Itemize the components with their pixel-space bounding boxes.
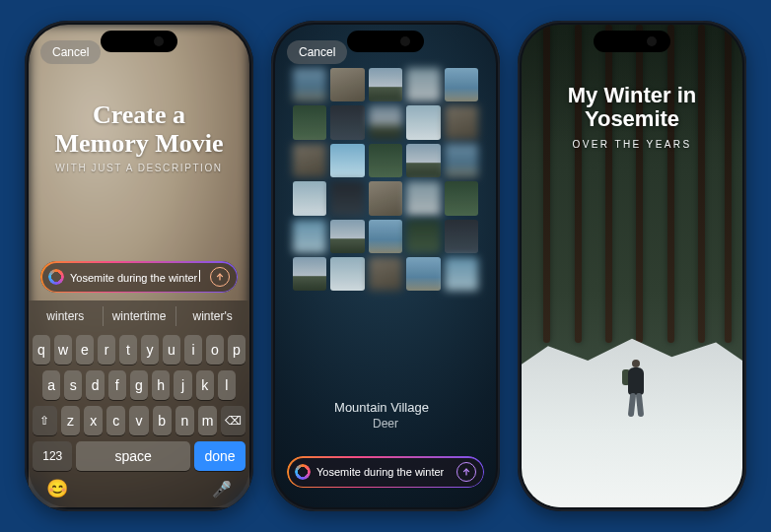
- photo-grid: [293, 68, 478, 291]
- photo-thumb: [445, 181, 478, 215]
- key-s[interactable]: s: [64, 370, 82, 400]
- dynamic-island: [594, 31, 670, 52]
- key-h[interactable]: h: [152, 370, 170, 400]
- keyboard-row: ⇧ z x c v b n m ⌫: [29, 403, 249, 438]
- prompt-input-capsule[interactable]: Yosemite during the winter: [287, 456, 484, 488]
- keyboard-row: 123 space done: [29, 438, 249, 474]
- photo-thumb: [330, 181, 364, 215]
- apple-intelligence-icon: [48, 269, 64, 285]
- photo-thumb: [369, 257, 402, 291]
- dynamic-island: [101, 31, 177, 52]
- photo-thumb: [330, 257, 364, 291]
- photo-thumb: [445, 144, 478, 177]
- photo-thumb: [406, 257, 440, 291]
- apple-intelligence-icon: [295, 464, 311, 480]
- screen[interactable]: My Winter in Yosemite OVER THE YEARS: [522, 25, 742, 507]
- keyboard: winters wintertime winter's q w e r t y …: [29, 300, 249, 507]
- suggestion[interactable]: winters: [29, 300, 103, 332]
- cancel-button[interactable]: Cancel: [40, 40, 101, 64]
- photo-thumb: [369, 144, 402, 177]
- suggestion[interactable]: wintertime: [103, 300, 176, 332]
- page-subtitle: WITH JUST A DESCRIPTION: [29, 163, 249, 173]
- screen: Cancel: [275, 25, 496, 507]
- key-done[interactable]: done: [194, 441, 245, 471]
- chapter-main: Mountain Village: [334, 400, 429, 415]
- photo-thumb: [445, 220, 478, 253]
- key-x[interactable]: x: [84, 406, 103, 435]
- key-m[interactable]: m: [198, 406, 217, 435]
- key-w[interactable]: w: [54, 335, 72, 365]
- key-t[interactable]: t: [119, 335, 137, 365]
- key-p[interactable]: p: [228, 335, 245, 365]
- photo-thumb: [445, 257, 478, 291]
- prompt-input-text[interactable]: Yosemite during the winter: [316, 466, 456, 478]
- movie-title: My Winter in Yosemite: [522, 84, 742, 131]
- photo-thumb: [330, 220, 364, 253]
- key-space[interactable]: space: [76, 441, 190, 471]
- key-f[interactable]: f: [108, 370, 126, 400]
- photo-thumb: [330, 68, 364, 101]
- dictation-icon[interactable]: 🎤: [212, 480, 232, 499]
- key-q[interactable]: q: [33, 335, 50, 365]
- photo-thumb: [406, 220, 440, 253]
- movie-subtitle: OVER THE YEARS: [522, 139, 742, 150]
- phone-memory-movie-result: My Winter in Yosemite OVER THE YEARS: [518, 21, 746, 511]
- prompt-input-text[interactable]: Yosemite during the winter: [70, 270, 210, 284]
- key-shift[interactable]: ⇧: [33, 406, 57, 435]
- prompt-input-capsule[interactable]: Yosemite during the winter: [40, 261, 238, 293]
- suggestion[interactable]: winter's: [175, 300, 249, 332]
- photo-thumb: [406, 68, 440, 101]
- keyboard-suggestion-bar: winters wintertime winter's: [29, 300, 249, 332]
- key-y[interactable]: y: [141, 335, 159, 365]
- photo-thumb: [406, 105, 440, 139]
- hiker-figure: [622, 360, 650, 419]
- photo-thumb: [330, 144, 364, 177]
- dynamic-island: [347, 31, 424, 52]
- chapter-sub: Deer: [275, 417, 496, 431]
- key-l[interactable]: l: [218, 370, 236, 400]
- key-n[interactable]: n: [175, 406, 194, 435]
- key-b[interactable]: b: [153, 406, 172, 435]
- key-r[interactable]: r: [98, 335, 115, 365]
- key-v[interactable]: v: [129, 406, 148, 435]
- keyboard-footer: 😊 🎤: [29, 474, 249, 499]
- photo-thumb: [369, 220, 402, 253]
- emoji-icon[interactable]: 😊: [46, 478, 68, 499]
- photo-thumb: [293, 105, 326, 139]
- key-j[interactable]: j: [174, 370, 191, 400]
- key-numbers[interactable]: 123: [33, 441, 72, 471]
- photo-thumb: [406, 181, 440, 215]
- key-i[interactable]: i: [184, 335, 202, 365]
- key-z[interactable]: z: [61, 406, 80, 435]
- chapter-label: Mountain Village Deer: [275, 400, 496, 431]
- photo-thumb: [293, 257, 326, 291]
- photo-thumb: [369, 105, 402, 139]
- cancel-button[interactable]: Cancel: [287, 40, 347, 64]
- photo-thumb: [369, 181, 402, 215]
- key-e[interactable]: e: [76, 335, 94, 365]
- phone-generating-storyboard: Cancel: [271, 21, 500, 511]
- photo-thumb: [293, 220, 326, 253]
- key-g[interactable]: g: [130, 370, 148, 400]
- photo-thumb: [293, 144, 326, 177]
- phone-create-memory: Cancel Create a Memory Movie WITH JUST A…: [25, 21, 253, 511]
- photo-thumb: [445, 68, 478, 101]
- photo-thumb: [369, 68, 402, 101]
- key-delete[interactable]: ⌫: [221, 406, 245, 435]
- photo-thumb: [293, 68, 326, 101]
- keyboard-row: q w e r t y u i o p: [29, 332, 249, 367]
- photo-thumb: [445, 105, 478, 139]
- key-c[interactable]: c: [106, 406, 125, 435]
- photo-thumb: [293, 181, 326, 215]
- photo-thumb: [406, 144, 440, 177]
- key-d[interactable]: d: [86, 370, 104, 400]
- screen: Cancel Create a Memory Movie WITH JUST A…: [29, 25, 249, 507]
- submit-arrow-button[interactable]: [210, 267, 230, 287]
- photo-thumb: [330, 105, 364, 139]
- key-o[interactable]: o: [206, 335, 224, 365]
- key-k[interactable]: k: [196, 370, 214, 400]
- key-a[interactable]: a: [42, 370, 60, 400]
- submit-arrow-button[interactable]: [456, 462, 476, 482]
- keyboard-row: a s d f g h j k l: [29, 367, 249, 403]
- key-u[interactable]: u: [163, 335, 180, 365]
